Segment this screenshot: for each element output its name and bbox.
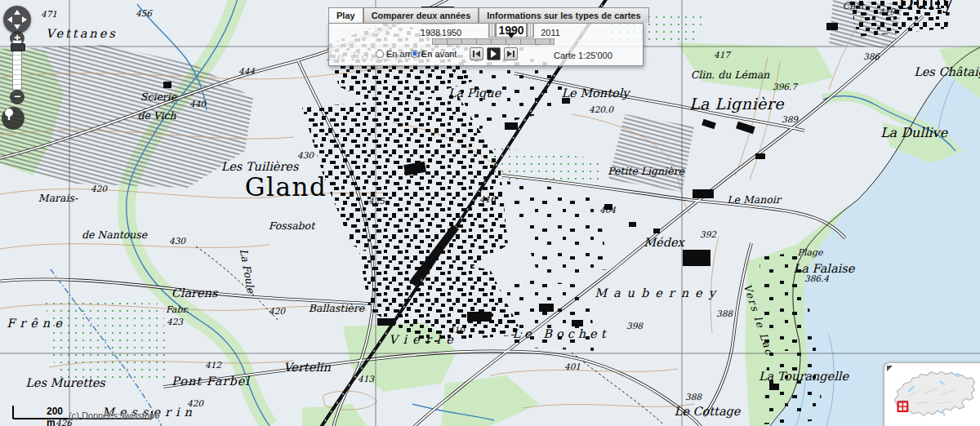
zoom-out-button[interactable]: − — [10, 90, 24, 104]
pan-down-icon[interactable] — [14, 24, 20, 29]
map-scale-label: Carte 1:25'000 — [554, 51, 612, 60]
tab-map-types-info[interactable]: Informations sur les types de cartes — [479, 7, 648, 23]
map-viewport[interactable]: GlandLa LignièreDullyVettanesScieriede V… — [0, 0, 980, 426]
panel-body: 1938 1950 2011 1990 En arrière En avant — [328, 23, 644, 66]
play-icon — [491, 50, 497, 58]
radio-forward[interactable] — [411, 50, 419, 58]
switzerland-outline — [889, 366, 979, 425]
tab-compare-two-years[interactable]: Comparer deux années — [363, 7, 479, 23]
step-back-icon — [473, 51, 474, 57]
year-tick-label: 1950 — [442, 28, 461, 38]
attribution: (c) Données:swisstopo — [69, 410, 159, 420]
radio-forward-label[interactable]: En avant — [421, 49, 457, 59]
background-layer-button[interactable] — [2, 107, 24, 130]
pan-left-icon[interactable] — [7, 16, 12, 23]
radio-backward-label[interactable]: En arrière — [386, 49, 425, 59]
overview-map[interactable] — [884, 362, 980, 426]
pan-right-icon[interactable] — [22, 16, 27, 23]
year-slider-track[interactable] — [432, 38, 555, 45]
radio-backward[interactable] — [376, 50, 384, 58]
step-forward-icon — [507, 51, 512, 57]
tab-play[interactable]: Play — [328, 7, 363, 23]
slider-pointer-icon — [507, 33, 515, 38]
pan-control[interactable] — [3, 6, 31, 33]
time-travel-panel: Play Comparer deux années Informations s… — [328, 7, 644, 65]
slider-grip-right — [527, 23, 534, 38]
tree-icon — [2, 107, 16, 122]
panel-tabs: Play Comparer deux années Informations s… — [328, 7, 649, 23]
step-forward-button[interactable] — [504, 47, 518, 60]
play-button[interactable] — [487, 47, 501, 60]
scale-bar-label: 200 m — [47, 406, 63, 426]
zoom-slider-handle[interactable] — [11, 43, 25, 51]
step-back-button[interactable] — [470, 47, 483, 60]
year-tick-label: 2011 — [541, 28, 560, 38]
slider-grip-left — [488, 23, 496, 38]
year-tick-label: 1938 — [421, 28, 440, 38]
pan-up-icon[interactable] — [14, 10, 20, 15]
